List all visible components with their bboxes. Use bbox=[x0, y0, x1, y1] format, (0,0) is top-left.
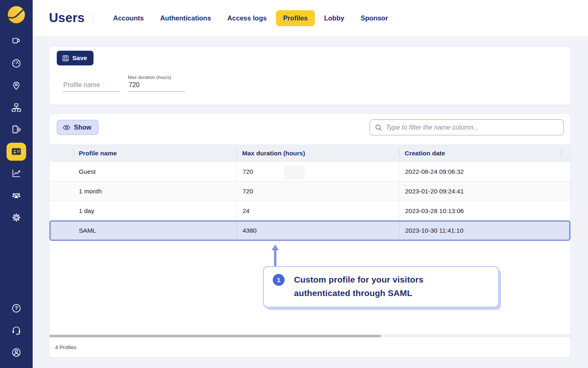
cell-profile-name: Guest bbox=[49, 162, 236, 181]
show-button[interactable]: Show bbox=[57, 120, 98, 135]
profiles-table-card: Show Profile name Max duration (hours) C… bbox=[49, 113, 571, 358]
table-row-1-month[interactable]: 1 month 720 2023-01-20 09:24:41 bbox=[49, 182, 570, 201]
column-header-profile-name[interactable]: Profile name bbox=[49, 144, 236, 162]
horizontal-scrollbar-thumb[interactable] bbox=[49, 335, 381, 337]
column-header-label: Profile name bbox=[79, 150, 117, 157]
profiles-count: 4 Profiles bbox=[55, 345, 76, 350]
account-icon[interactable] bbox=[11, 347, 22, 358]
tab-profiles[interactable]: Profiles bbox=[276, 10, 315, 26]
callout-step-badge: 1 bbox=[273, 274, 285, 286]
location-pin-icon[interactable] bbox=[11, 80, 22, 91]
profile-form-card: Save Max duration (hours) bbox=[49, 46, 571, 105]
table-row-guest[interactable]: Guest 720 2022-08-24 09:06:32 bbox=[49, 162, 570, 182]
network-icon[interactable] bbox=[11, 102, 22, 113]
top-bar: Users Accounts Authentications Access lo… bbox=[33, 0, 588, 36]
portal-icon[interactable] bbox=[11, 124, 22, 135]
title-divider bbox=[93, 13, 93, 23]
svg-text:?: ? bbox=[15, 305, 18, 311]
table-header-row: Profile name Max duration (hours) Creati… bbox=[49, 144, 570, 162]
tab-accounts[interactable]: Accounts bbox=[113, 14, 144, 22]
coffee-cup-icon[interactable] bbox=[11, 36, 22, 46]
dashboard-gauge-icon[interactable] bbox=[11, 58, 22, 69]
cell-creation-date: 2022-08-24 09:06:32 bbox=[399, 162, 561, 181]
search-icon bbox=[375, 124, 382, 131]
filter-field bbox=[370, 119, 564, 135]
annotation-callout: 1 Custom profile for your visitors authe… bbox=[263, 266, 499, 307]
column-header-label: Max duration (hours) bbox=[242, 150, 305, 157]
save-button[interactable]: Save bbox=[57, 51, 94, 65]
app-logo[interactable] bbox=[7, 5, 26, 25]
sidebar: ? bbox=[0, 0, 33, 368]
cursor-tooltip-artifact bbox=[284, 166, 305, 180]
support-headset-icon[interactable] bbox=[11, 325, 22, 336]
tab-authentications[interactable]: Authentications bbox=[160, 14, 211, 22]
callout-text: Custom profile for your visitors authent… bbox=[294, 273, 446, 300]
max-duration-input[interactable] bbox=[128, 81, 185, 92]
filter-input[interactable] bbox=[386, 124, 559, 131]
help-icon[interactable]: ? bbox=[11, 303, 22, 314]
cell-creation-date: 2023-01-20 09:24:41 bbox=[399, 182, 561, 201]
cell-profile-name: 1 day bbox=[49, 201, 236, 220]
cell-max-duration: 720 bbox=[236, 162, 399, 181]
column-divider bbox=[74, 149, 74, 157]
cell-profile-name: 1 month bbox=[49, 182, 236, 201]
horizontal-scrollbar bbox=[49, 335, 570, 337]
nav-tabs: Accounts Authentications Access logs Pro… bbox=[113, 0, 388, 36]
sidebar-item-profiles-active[interactable] bbox=[7, 143, 26, 161]
column-divider bbox=[236, 149, 237, 157]
cell-max-duration: 24 bbox=[236, 201, 399, 220]
cell-creation-date: 2023-03-28 10:13:06 bbox=[399, 201, 561, 220]
cell-creation-date: 2023-10-30 11:41:10 bbox=[399, 222, 561, 240]
cell-max-duration: 4380 bbox=[236, 222, 399, 240]
cell-profile-name: SAML bbox=[51, 222, 236, 240]
settings-gear-icon[interactable] bbox=[11, 212, 22, 223]
table-body: Guest 720 2022-08-24 09:06:32 1 month 72… bbox=[49, 162, 570, 241]
tab-access-logs[interactable]: Access logs bbox=[227, 14, 267, 22]
save-floppy-icon bbox=[62, 55, 69, 62]
table-row-1-day[interactable]: 1 day 24 2023-03-28 10:13:06 bbox=[49, 201, 570, 221]
show-button-label: Show bbox=[74, 124, 91, 131]
page-title: Users bbox=[49, 0, 85, 36]
tab-sponsor[interactable]: Sponsor bbox=[361, 14, 388, 22]
column-divider bbox=[399, 149, 399, 157]
chart-icon[interactable] bbox=[11, 168, 22, 179]
column-divider bbox=[561, 149, 561, 157]
column-header-label: Creation date bbox=[405, 150, 445, 157]
id-card-icon bbox=[11, 146, 22, 157]
user-group-icon[interactable] bbox=[11, 190, 22, 201]
column-header-creation-date[interactable]: Creation date bbox=[399, 144, 561, 162]
column-header-max-duration[interactable]: Max duration (hours) bbox=[236, 144, 399, 162]
tab-lobby[interactable]: Lobby bbox=[324, 14, 345, 22]
cell-max-duration: 720 bbox=[236, 182, 399, 201]
save-button-label: Save bbox=[72, 54, 87, 62]
max-duration-label: Max duration (hours) bbox=[128, 75, 171, 80]
eye-icon bbox=[62, 124, 71, 131]
profile-name-input[interactable] bbox=[62, 81, 120, 92]
table-row-saml-highlighted[interactable]: SAML 4380 2023-10-30 11:41:10 bbox=[49, 220, 570, 241]
callout-arrow-shaft bbox=[274, 249, 276, 267]
